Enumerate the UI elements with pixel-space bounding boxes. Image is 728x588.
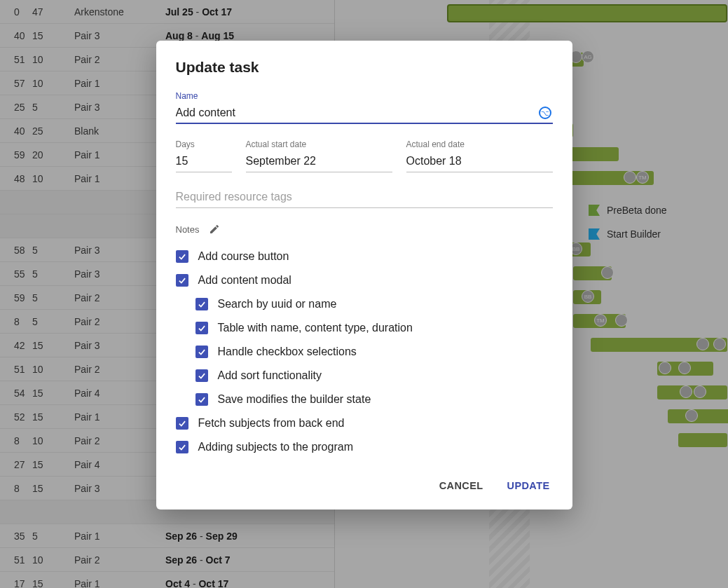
notes-label: Notes [176, 224, 200, 235]
tags-field[interactable] [176, 188, 553, 208]
password-manager-icon[interactable]: ⌥ [539, 107, 551, 119]
tags-input[interactable] [176, 188, 553, 208]
note-text: Search by uuid or name [218, 298, 337, 310]
note-item: Add content modal [176, 268, 553, 292]
note-item: Add sort functionality [176, 364, 553, 388]
update-task-dialog: Update task Name ⌥ Days Actual start dat… [156, 41, 572, 510]
note-item: Adding subjects to the program [176, 435, 553, 459]
start-date-field[interactable]: Actual start date [246, 139, 392, 172]
note-item: Search by uuid or name [176, 292, 553, 316]
dialog-title: Update task [176, 59, 553, 76]
dialog-actions: CANCEL UPDATE [176, 474, 553, 497]
start-date-input[interactable] [246, 152, 392, 172]
note-text: Adding subjects to the program [198, 441, 353, 453]
note-item: Save modifies the builder state [176, 388, 553, 411]
name-input[interactable] [176, 104, 553, 124]
start-date-label: Actual start date [246, 139, 392, 149]
end-date-input[interactable] [406, 152, 553, 172]
note-text: Fetch subjects from back end [198, 417, 345, 430]
end-date-field[interactable]: Actual end date [406, 139, 553, 172]
checkbox-icon[interactable] [176, 417, 188, 430]
note-text: Add content modal [198, 274, 291, 287]
note-text: Table with name, content type, duration [218, 322, 413, 334]
notes-header: Notes [176, 224, 553, 235]
note-item: Table with name, content type, duration [176, 316, 553, 340]
note-item: Fetch subjects from back end [176, 411, 553, 435]
note-text: Add sort functionality [218, 369, 322, 382]
modal-overlay: Update task Name ⌥ Days Actual start dat… [0, 0, 728, 588]
note-text: Add course button [198, 250, 289, 263]
checkbox-icon[interactable] [176, 274, 188, 287]
checkbox-icon[interactable] [195, 393, 208, 406]
end-date-label: Actual end date [406, 139, 553, 149]
note-text: Handle checkbox selections [218, 346, 357, 358]
edit-icon[interactable] [209, 224, 220, 235]
checkbox-icon[interactable] [176, 441, 188, 453]
note-item: Handle checkbox selections [176, 340, 553, 364]
note-text: Save modifies the builder state [218, 393, 371, 406]
notes-list: Add course buttonAdd content modalSearch… [176, 245, 553, 459]
days-label: Days [176, 139, 232, 149]
checkbox-icon[interactable] [195, 346, 208, 358]
name-label: Name [176, 91, 553, 101]
checkbox-icon[interactable] [195, 298, 208, 310]
checkbox-icon[interactable] [176, 250, 188, 263]
checkbox-icon[interactable] [195, 369, 208, 382]
checkbox-icon[interactable] [195, 322, 208, 334]
note-item: Add course button [176, 245, 553, 268]
cancel-button[interactable]: CANCEL [437, 474, 486, 497]
update-button[interactable]: UPDATE [504, 474, 553, 497]
days-input[interactable] [176, 152, 232, 172]
days-field[interactable]: Days [176, 139, 232, 172]
name-field[interactable]: Name ⌥ [176, 91, 553, 124]
